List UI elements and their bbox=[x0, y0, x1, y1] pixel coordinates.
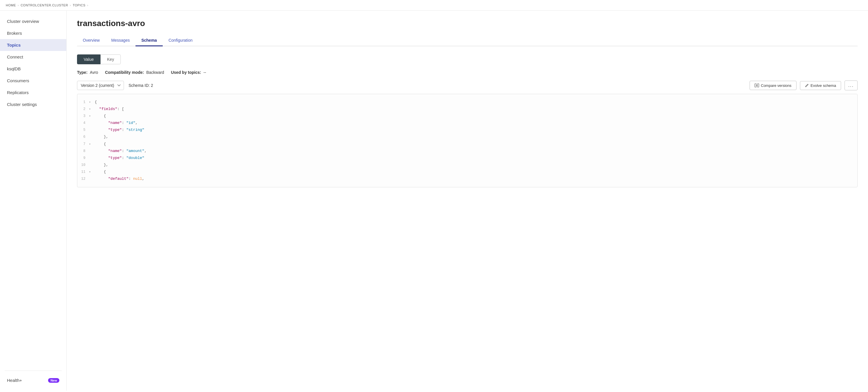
code-line-5: 5 "type": "string" bbox=[77, 126, 857, 133]
health-plus-label: Health+ bbox=[7, 378, 22, 383]
code-line-2: 2 ▾ "fields": [ bbox=[77, 106, 857, 113]
breadcrumb: HOME › CONTROLCENTER.CLUSTER › TOPICS › bbox=[0, 0, 868, 11]
type-value: Avro bbox=[90, 70, 98, 75]
schema-toolbar: Version 2 (current) Version 1 Schema ID:… bbox=[77, 81, 858, 90]
sidebar-item-ksqldb[interactable]: ksqlDB bbox=[0, 63, 66, 75]
breadcrumb-cluster[interactable]: CONTROLCENTER.CLUSTER bbox=[21, 3, 68, 7]
compare-versions-button[interactable]: Compare versions bbox=[750, 81, 797, 90]
schema-toolbar-right: Compare versions Evolve schema ... bbox=[750, 81, 858, 90]
sidebar-item-topics[interactable]: Topics bbox=[0, 39, 66, 51]
sidebar-item-replicators[interactable]: Replicators bbox=[0, 87, 66, 98]
schema-id-label: Schema ID: bbox=[129, 83, 150, 88]
tab-overview[interactable]: Overview bbox=[77, 35, 105, 46]
code-line-9: 9 "type": "double" bbox=[77, 155, 857, 161]
sidebar-item-brokers[interactable]: Brokers bbox=[0, 27, 66, 39]
code-line-7: 7 ▾ { bbox=[77, 141, 857, 148]
toggle-key-button[interactable]: Key bbox=[100, 54, 121, 64]
compat-value: Backward bbox=[146, 70, 164, 75]
schema-toolbar-left: Version 2 (current) Version 1 Schema ID:… bbox=[77, 81, 153, 90]
schema-id: Schema ID: 2 bbox=[129, 83, 153, 88]
sidebar-item-consumers[interactable]: Consumers bbox=[0, 75, 66, 87]
breadcrumb-sep-1: › bbox=[18, 3, 19, 7]
breadcrumb-sep-2: › bbox=[70, 3, 71, 7]
topics-label: Used by topics: bbox=[171, 70, 201, 75]
sidebar-item-cluster-overview[interactable]: Cluster overview bbox=[0, 16, 66, 27]
breadcrumb-topics[interactable]: TOPICS bbox=[73, 3, 85, 7]
sidebar-item-connect[interactable]: Connect bbox=[0, 51, 66, 63]
tab-messages[interactable]: Messages bbox=[105, 35, 135, 46]
compat-label: Compatibility mode: bbox=[105, 70, 144, 75]
code-line-10: 10 }, bbox=[77, 161, 857, 169]
sidebar-divider bbox=[5, 370, 62, 371]
more-options-button[interactable]: ... bbox=[844, 81, 858, 90]
tab-bar: Overview Messages Schema Configuration bbox=[77, 35, 858, 46]
code-line-3: 3 ▾ { bbox=[77, 113, 857, 120]
breadcrumb-sep-3: › bbox=[87, 3, 88, 7]
code-line-4: 4 "name": "id", bbox=[77, 120, 857, 126]
toggle-value-button[interactable]: Value bbox=[77, 54, 100, 64]
svg-rect-1 bbox=[757, 84, 759, 87]
svg-rect-0 bbox=[755, 84, 756, 87]
code-line-6: 6 }, bbox=[77, 133, 857, 141]
evolve-schema-button[interactable]: Evolve schema bbox=[800, 81, 841, 90]
code-line-11: 11 ▾ { bbox=[77, 169, 857, 176]
compare-icon bbox=[754, 83, 759, 88]
main-content: transactions-avro Overview Messages Sche… bbox=[67, 11, 868, 391]
code-line-1: 1 ▾ { bbox=[77, 99, 857, 106]
code-line-8: 8 "name": "amount", bbox=[77, 148, 857, 155]
edit-icon bbox=[805, 83, 809, 87]
sidebar-nav: Cluster overview Brokers Topics Connect … bbox=[0, 16, 66, 367]
schema-id-value: 2 bbox=[151, 83, 153, 88]
tab-configuration[interactable]: Configuration bbox=[163, 35, 198, 46]
code-line-12: 12 "default": null, bbox=[77, 176, 857, 182]
sidebar-item-cluster-settings[interactable]: Cluster settings bbox=[0, 98, 66, 110]
breadcrumb-home[interactable]: HOME bbox=[6, 3, 16, 7]
type-label: Type: bbox=[77, 70, 87, 75]
tab-schema[interactable]: Schema bbox=[135, 35, 163, 46]
version-select[interactable]: Version 2 (current) Version 1 bbox=[77, 81, 124, 90]
sidebar: Cluster overview Brokers Topics Connect … bbox=[0, 11, 67, 391]
health-plus-badge: New bbox=[48, 378, 59, 383]
topics-value: -- bbox=[204, 70, 206, 75]
code-editor: 1 ▾ { 2 ▾ "fields": [ 3 ▾ { 4 "name": "i… bbox=[77, 94, 858, 187]
value-key-toggle: Value Key bbox=[77, 54, 858, 64]
sidebar-footer: Health+ New bbox=[0, 374, 66, 386]
page-title: transactions-avro bbox=[77, 19, 858, 28]
schema-meta: Type: Avro Compatibility mode: Backward … bbox=[77, 70, 858, 75]
